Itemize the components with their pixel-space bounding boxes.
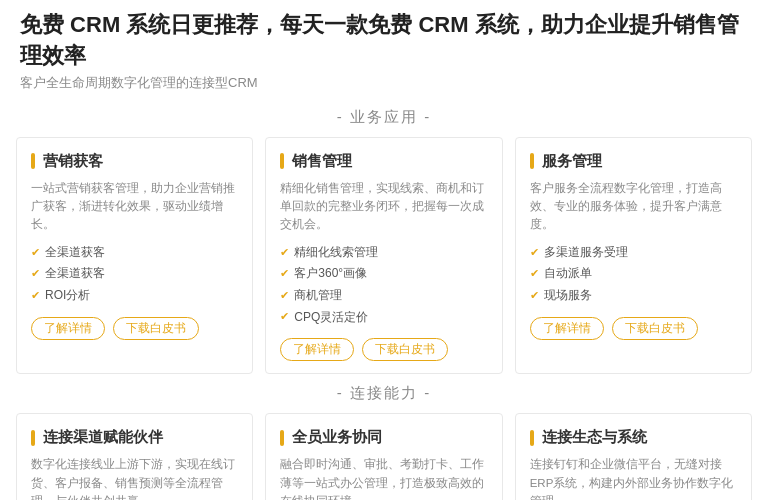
top-banner: 免费 CRM 系统日更推荐，每天一款免费 CRM 系统，助力企业提升销售管理效率… xyxy=(0,0,768,98)
card-collaboration-title: 全员业务协同 xyxy=(280,428,487,447)
card-ecosystem: 连接生态与系统 连接钉钉和企业微信平台，无缝对接ERP系统，构建内外部业务协作数… xyxy=(515,413,752,500)
card-service-list: 多渠道服务受理 自动派单 现场服务 xyxy=(530,242,737,307)
section-header-business: - 业务应用 - xyxy=(0,108,768,127)
connect-cards-grid: 连接渠道赋能伙伴 数字化连接线业上游下游，实现在线订货、客户报备、销售预测等全流… xyxy=(0,413,768,500)
card-marketing: 营销获客 一站式营销获客管理，助力企业营销推广获客，渐进转化效果，驱动业绩增长。… xyxy=(16,137,253,375)
main-title: 免费 CRM 系统日更推荐，每天一款免费 CRM 系统，助力企业提升销售管理效率 xyxy=(20,10,748,72)
card-service-title: 服务管理 xyxy=(530,152,737,171)
card-sales-list: 精细化线索管理 客户360°画像 商机管理 CPQ灵活定价 xyxy=(280,242,487,328)
card-service-desc: 客户服务全流程数字化管理，打造高效、专业的服务体验，提升客户满意度。 xyxy=(530,179,737,234)
card-service-actions: 了解详情 下载白皮书 xyxy=(530,317,737,340)
business-cards-grid: 营销获客 一站式营销获客管理，助力企业营销推广获客，渐进转化效果，驱动业绩增长。… xyxy=(0,137,768,375)
list-item: CPQ灵活定价 xyxy=(280,307,487,329)
card-service: 服务管理 客户服务全流程数字化管理，打造高效、专业的服务体验，提升客户满意度。 … xyxy=(515,137,752,375)
list-item: 商机管理 xyxy=(280,285,487,307)
list-item: 自动派单 xyxy=(530,263,737,285)
card-channel-title: 连接渠道赋能伙伴 xyxy=(31,428,238,447)
card-channel: 连接渠道赋能伙伴 数字化连接线业上游下游，实现在线订货、客户报备、销售预测等全流… xyxy=(16,413,253,500)
list-item: ROI分析 xyxy=(31,285,238,307)
card-sales-title: 销售管理 xyxy=(280,152,487,171)
btn-detail-marketing[interactable]: 了解详情 xyxy=(31,317,105,340)
btn-whitepaper-sales[interactable]: 下载白皮书 xyxy=(362,338,448,361)
card-channel-desc: 数字化连接线业上游下游，实现在线订货、客户报备、销售预测等全流程管理，与伙伴共创… xyxy=(31,455,238,500)
card-ecosystem-title: 连接生态与系统 xyxy=(530,428,737,447)
list-item: 精细化线索管理 xyxy=(280,242,487,264)
btn-whitepaper-marketing[interactable]: 下载白皮书 xyxy=(113,317,199,340)
list-item: 现场服务 xyxy=(530,285,737,307)
list-item: 全渠道获客 xyxy=(31,242,238,264)
card-marketing-actions: 了解详情 下载白皮书 xyxy=(31,317,238,340)
btn-whitepaper-service[interactable]: 下载白皮书 xyxy=(612,317,698,340)
card-marketing-title: 营销获客 xyxy=(31,152,238,171)
list-item: 多渠道服务受理 xyxy=(530,242,737,264)
sub-title: 客户全生命周期数字化管理的连接型CRM xyxy=(20,74,748,92)
list-item: 全渠道获客 xyxy=(31,263,238,285)
card-ecosystem-desc: 连接钉钉和企业微信平台，无缝对接ERP系统，构建内外部业务协作数字化管理。 xyxy=(530,455,737,500)
btn-detail-service[interactable]: 了解详情 xyxy=(530,317,604,340)
card-collaboration-desc: 融合即时沟通、审批、考勤打卡、工作薄等一站式办公管理，打造极致高效的在线协同环境… xyxy=(280,455,487,500)
card-sales-desc: 精细化销售管理，实现线索、商机和订单回款的完整业务闭环，把握每一次成交机会。 xyxy=(280,179,487,234)
card-collaboration: 全员业务协同 融合即时沟通、审批、考勤打卡、工作薄等一站式办公管理，打造极致高效… xyxy=(265,413,502,500)
card-marketing-list: 全渠道获客 全渠道获客 ROI分析 xyxy=(31,242,238,307)
card-sales: 销售管理 精细化销售管理，实现线索、商机和订单回款的完整业务闭环，把握每一次成交… xyxy=(265,137,502,375)
btn-detail-sales[interactable]: 了解详情 xyxy=(280,338,354,361)
card-sales-actions: 了解详情 下载白皮书 xyxy=(280,338,487,361)
section-header-connect: - 连接能力 - xyxy=(0,384,768,403)
list-item: 客户360°画像 xyxy=(280,263,487,285)
card-marketing-desc: 一站式营销获客管理，助力企业营销推广获客，渐进转化效果，驱动业绩增长。 xyxy=(31,179,238,234)
